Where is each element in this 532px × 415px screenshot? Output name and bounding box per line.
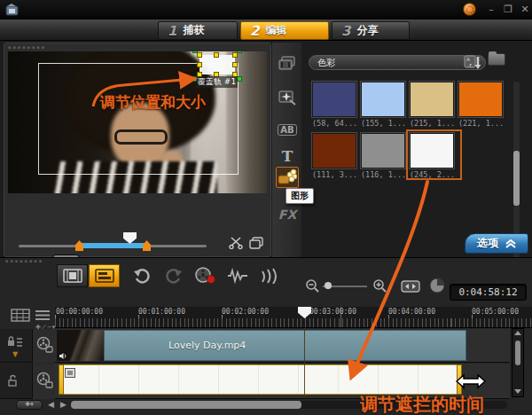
color-label: (221, 1... — [458, 119, 503, 128]
timeline-view-button[interactable] — [89, 264, 120, 287]
timeline-ruler[interactable]: 00:00:00:00 00:01:00:00 00:02:00:00 00:0… — [55, 307, 532, 328]
trim-end-handle[interactable] — [143, 240, 151, 251]
tracks-scrollbar-thumb[interactable] — [515, 341, 520, 365]
minimize-button[interactable]: – — [484, 4, 498, 16]
title-ab-category-icon[interactable]: AB — [276, 119, 299, 140]
media-category-icon[interactable] — [276, 53, 299, 74]
track-manager-icon[interactable] — [11, 309, 30, 322]
program-badge-icon — [463, 3, 476, 16]
svg-text:z: z — [469, 62, 472, 67]
tab-capture-label: 捕获 — [183, 23, 204, 38]
zoom-slider-thumb[interactable] — [325, 282, 332, 289]
fx-category-icon[interactable]: FX — [276, 204, 299, 225]
color-chip[interactable] — [312, 82, 356, 117]
track-collapse-icon[interactable]: ▼ — [12, 350, 18, 358]
scroll-down-icon[interactable] — [514, 389, 521, 394]
color-chip[interactable] — [410, 82, 454, 117]
color-swatch[interactable]: (215, 1... — [410, 82, 454, 128]
app-window: – ❐ ✕ 文件 编辑 工具 设置 1 捕获 2 编辑 3 分享 ▪▪▪▪▪▪▪… — [0, 0, 532, 415]
redo-button[interactable] — [161, 265, 186, 286]
tab-share[interactable]: 3 分享 — [332, 21, 410, 40]
track-lock-icon[interactable] — [7, 335, 23, 348]
gallery-scrollbar-thumb[interactable] — [513, 151, 520, 206]
title-category-icon[interactable]: T — [276, 145, 299, 167]
undo-button[interactable] — [129, 265, 154, 286]
video-track-icon-cell[interactable] — [32, 329, 55, 363]
color-swatch[interactable]: (116, 1... — [361, 133, 405, 179]
color-chip[interactable] — [458, 82, 503, 117]
resize-handle[interactable] — [232, 52, 238, 58]
overlay-color-clip[interactable] — [59, 364, 462, 395]
color-swatch[interactable]: (58, 64... — [312, 82, 356, 128]
preview-panel: ▪▪▪▪▪▪▪▪ — [4, 43, 271, 257]
tab-capture-number: 1 — [168, 23, 176, 39]
scroll-right-icon[interactable]: ▶ — [60, 400, 66, 409]
overlay-object[interactable] — [200, 55, 235, 74]
color-chip[interactable] — [410, 133, 454, 168]
overlay-track-icon-cell[interactable] — [32, 364, 55, 399]
resize-handle[interactable] — [197, 62, 202, 67]
tab-share-label: 分享 — [356, 23, 378, 38]
overlay-track-icon — [35, 372, 53, 389]
video-preview[interactable]: 覆盖轨 #1 调节位置和大小 — [8, 51, 267, 193]
color-swatch[interactable]: (111, 3... — [312, 133, 356, 179]
ruler-label: 00:00:00:00 — [56, 308, 103, 316]
library-panel: AB T FX 图形 色彩 A — [272, 43, 528, 257]
color-label: (116, 1... — [361, 170, 405, 179]
color-chip[interactable] — [312, 133, 356, 168]
folder-icon[interactable] — [488, 53, 505, 66]
storyboard-view-button[interactable] — [57, 264, 88, 287]
color-label: (245, 2... — [410, 170, 454, 179]
ruler-label: 00:01:00:00 — [138, 308, 185, 316]
overlay-lock-icon[interactable] — [7, 374, 18, 387]
resize-cursor-icon — [456, 372, 486, 390]
trim-range[interactable] — [79, 243, 146, 248]
scroll-up-icon[interactable] — [514, 331, 521, 335]
split-clip-icon[interactable] — [229, 237, 243, 249]
video-track-icon — [35, 336, 53, 354]
color-label: (111, 3... — [312, 170, 356, 179]
clip-type-icon — [65, 368, 75, 378]
tab-capture[interactable]: 1 捕获 — [158, 21, 238, 40]
trim-start-handle[interactable] — [75, 240, 83, 251]
transition-category-icon[interactable] — [276, 87, 299, 108]
zoom-in-icon[interactable] — [372, 279, 387, 294]
scroll-left-icon[interactable]: ◀ — [48, 400, 54, 409]
video-track[interactable]: Lovely Day.mp4 — [55, 329, 510, 363]
ruler-label: 00:02:00:00 — [222, 308, 269, 316]
title-bar: – ❐ ✕ — [0, 0, 532, 20]
app-icon — [5, 3, 19, 16]
record-capture-button[interactable] — [193, 265, 218, 286]
close-button[interactable]: ✕ — [518, 4, 532, 16]
sort-icon[interactable]: A z — [464, 54, 483, 70]
timeline-hscrollbar-thumb[interactable] — [71, 401, 301, 409]
sound-mixer-button[interactable] — [225, 265, 250, 286]
color-chip[interactable] — [361, 82, 405, 117]
graphic-tooltip: 图形 — [286, 188, 314, 204]
project-timecode[interactable]: 0:04:58:12 — [450, 284, 527, 301]
graphic-category-icon[interactable] — [276, 167, 299, 188]
maximize-button[interactable]: ❐ — [501, 4, 515, 16]
gallery-dropdown[interactable]: 色彩 — [309, 55, 486, 70]
color-swatch[interactable]: (221, 1... — [458, 82, 503, 128]
swap-track-button[interactable]: ✚▾ — [16, 400, 43, 410]
video-clip[interactable]: Lovely Day.mp4 — [104, 330, 466, 361]
ruler-label: 00:05:00:00 — [472, 308, 519, 316]
ripple-edit-button[interactable] — [257, 265, 282, 286]
enlarge-preview-icon[interactable] — [249, 237, 263, 249]
panel-grip: ▪▪▪▪▪▪▪▪ — [5, 258, 43, 263]
color-chip[interactable] — [361, 133, 405, 168]
options-button[interactable]: 选项 — [465, 233, 528, 254]
fit-project-icon[interactable] — [401, 280, 420, 293]
duration-clock-icon[interactable] — [429, 278, 445, 294]
color-swatch[interactable]: (155, 1... — [361, 82, 405, 128]
resize-handle[interactable] — [232, 62, 238, 67]
zoom-out-icon[interactable] — [305, 279, 320, 294]
color-swatch-selected[interactable]: (245, 2... — [410, 133, 454, 179]
resize-handle[interactable] — [197, 52, 202, 58]
tab-edit[interactable]: 2 编辑 — [240, 21, 329, 40]
resize-handle[interactable] — [214, 52, 219, 58]
annotation-mask-time: 调节遮拦的时间 — [360, 393, 484, 415]
overlay-trim-start-handle[interactable] — [59, 364, 64, 395]
list-view-icon[interactable] — [35, 309, 51, 322]
